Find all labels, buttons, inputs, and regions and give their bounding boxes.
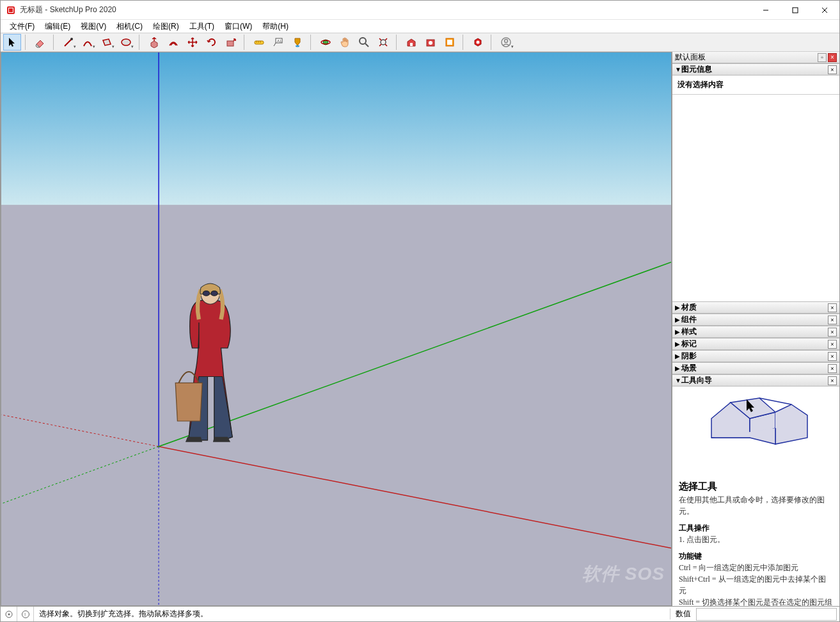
menu-edit[interactable]: 编辑(E)	[40, 20, 75, 33]
separator	[491, 35, 495, 50]
extension-tool[interactable]	[469, 34, 487, 51]
maximize-button[interactable]	[781, 1, 810, 20]
measurement-input[interactable]	[696, 608, 837, 621]
vbox-label: 数值	[670, 609, 696, 619]
close-icon[interactable]: ×	[828, 303, 837, 312]
menu-file[interactable]: 文件(F)	[4, 20, 40, 33]
instructor-op-1: 1. 点击图元。	[679, 534, 833, 545]
viewport[interactable]: 软件 SOS	[1, 52, 672, 606]
eraser-tool[interactable]	[31, 34, 49, 51]
svg-point-7	[70, 38, 73, 40]
svg-point-27	[477, 41, 480, 44]
pushpull-tool[interactable]	[145, 34, 163, 51]
rotate-tool[interactable]	[203, 34, 221, 51]
svg-rect-2	[9, 8, 13, 12]
tray-title: 默认面板	[675, 52, 706, 63]
pan-tool[interactable]	[336, 34, 354, 51]
instructor-mod-1: Ctrl = 向一组选定的图元中添加图元	[679, 562, 833, 573]
zoom-extents-tool[interactable]	[374, 34, 392, 51]
orbit-tool[interactable]	[317, 34, 335, 51]
toolbar: ▾ ▾ ▾ ▾ A1 ▾	[1, 33, 839, 52]
minimize-button[interactable]	[751, 1, 781, 20]
close-icon[interactable]: ×	[828, 53, 837, 62]
geolocation-button[interactable]	[1, 607, 17, 622]
instructor-mod-2: Shift+Ctrl = 从一组选定的图元中去掉某个图元	[679, 573, 833, 596]
statusbar: ! 选择对象。切换到扩充选择。拖动鼠标选择多项。 数值	[1, 606, 839, 621]
panel-components[interactable]: ▶组件×	[672, 314, 839, 326]
line-tool[interactable]: ▾	[59, 34, 77, 51]
svg-rect-4	[793, 8, 798, 13]
panel-instructor[interactable]: ▼工具向导×	[672, 374, 839, 387]
default-tray: 默认面板 ▫ × ▼ 图元信息 × 没有选择内容 ▶材质× ▶组件× ▶样式× …	[672, 52, 839, 606]
close-icon[interactable]: ×	[828, 315, 837, 324]
separator	[396, 35, 400, 50]
app-icon	[6, 5, 16, 15]
window-title: 无标题 - SketchUp Pro 2020	[20, 4, 751, 15]
svg-point-42	[8, 613, 10, 615]
panel-styles[interactable]: ▶样式×	[672, 326, 839, 338]
zoom-tool[interactable]	[355, 34, 373, 51]
arc-tool[interactable]: ▾	[79, 34, 97, 51]
instructor-op-title: 工具操作	[679, 522, 833, 534]
close-button[interactable]	[810, 1, 839, 20]
svg-point-8	[122, 39, 131, 45]
panel-tags[interactable]: ▶标记×	[672, 338, 839, 350]
close-icon[interactable]: ×	[828, 328, 837, 337]
warehouse-3d-tool[interactable]	[402, 34, 420, 51]
menu-draw[interactable]: 绘图(R)	[148, 20, 184, 33]
menu-help[interactable]: 帮助(H)	[257, 20, 294, 33]
panel-entity-info[interactable]: ▼ 图元信息 ×	[672, 63, 839, 76]
text-tool[interactable]: A1	[269, 34, 287, 51]
instructor-graphic	[699, 393, 814, 470]
status-message: 选择对象。切换到扩充选择。拖动鼠标选择多项。	[34, 609, 670, 619]
instructor-tool-name: 选择工具	[679, 479, 833, 494]
entity-info-fill	[672, 95, 839, 301]
menu-camera[interactable]: 相机(C)	[111, 20, 148, 33]
layout-tool[interactable]	[441, 34, 459, 51]
separator	[53, 35, 57, 50]
separator	[25, 35, 29, 50]
close-icon[interactable]: ×	[828, 376, 837, 385]
svg-point-21	[381, 40, 386, 45]
panel-shadows[interactable]: ▶阴影×	[672, 350, 839, 362]
close-icon[interactable]: ×	[828, 65, 837, 74]
pin-icon[interactable]: ▫	[818, 53, 827, 62]
svg-text:A1: A1	[277, 39, 282, 43]
paint-tool[interactable]	[289, 34, 306, 51]
select-tool[interactable]	[3, 34, 21, 51]
menu-tools[interactable]: 工具(T)	[184, 20, 219, 33]
svg-line-20	[365, 44, 368, 47]
svg-point-39	[203, 291, 209, 296]
instructor-body: 选择工具 在使用其他工具或命令时，选择要修改的图元。 工具操作 1. 点击图元。…	[672, 387, 839, 606]
instructor-mod-title: 功能键	[679, 550, 833, 562]
scale-tool[interactable]	[222, 34, 240, 51]
close-icon[interactable]: ×	[828, 340, 837, 349]
move-tool[interactable]	[184, 34, 202, 51]
rectangle-tool[interactable]: ▾	[98, 34, 116, 51]
menubar: 文件(F) 编辑(E) 视图(V) 相机(C) 绘图(R) 工具(T) 窗口(W…	[1, 20, 839, 33]
tray-header[interactable]: 默认面板 ▫ ×	[672, 52, 839, 63]
circle-tool[interactable]: ▾	[117, 34, 135, 51]
tape-tool[interactable]	[250, 34, 268, 51]
panel-materials[interactable]: ▶材质×	[672, 301, 839, 314]
svg-rect-22	[410, 43, 413, 46]
separator	[463, 35, 466, 50]
separator	[139, 35, 143, 50]
user-tool[interactable]: ▾	[497, 34, 515, 51]
svg-point-19	[360, 38, 366, 44]
menu-view[interactable]: 视图(V)	[75, 20, 111, 33]
svg-point-29	[505, 40, 508, 43]
svg-rect-9	[227, 41, 234, 46]
warehouse-ext-tool[interactable]	[422, 34, 440, 51]
close-icon[interactable]: ×	[828, 352, 837, 361]
titlebar: 无标题 - SketchUp Pro 2020	[1, 1, 839, 20]
separator	[310, 35, 314, 50]
entity-info-body: 没有选择内容	[672, 76, 839, 95]
credits-button[interactable]: !	[17, 607, 34, 622]
close-icon[interactable]: ×	[828, 364, 837, 373]
panel-scenes[interactable]: ▶场景×	[672, 362, 839, 374]
menu-window[interactable]: 窗口(W)	[219, 20, 257, 33]
svg-point-40	[211, 291, 218, 296]
svg-rect-30	[1, 52, 671, 205]
offset-tool[interactable]	[164, 34, 182, 51]
